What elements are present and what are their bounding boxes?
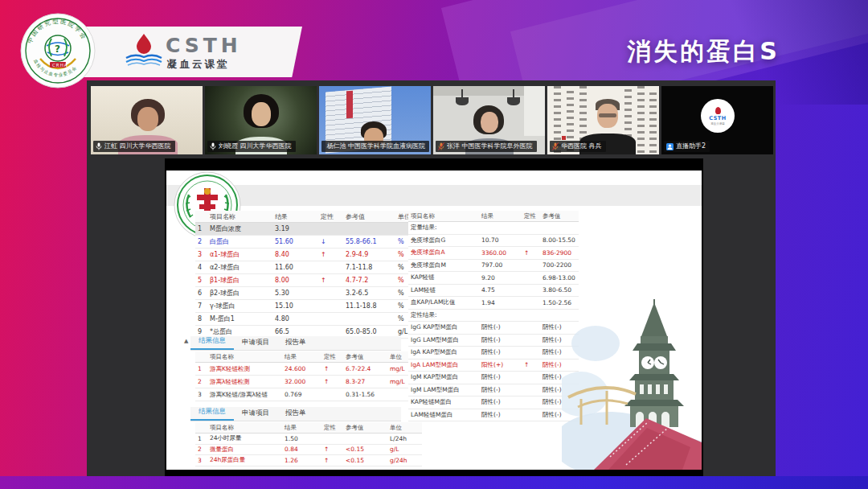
csth-subtitle: 凝血云课堂 bbox=[167, 58, 230, 72]
tab-request-items[interactable]: 申请项目 bbox=[234, 338, 277, 350]
tab-result-info[interactable]: 结果信息 bbox=[190, 336, 234, 350]
pendant-lamp-icon bbox=[507, 97, 520, 105]
participant-video-3-active-speaker[interactable]: 杨仁池 中国医学科学院血液病医院 bbox=[319, 86, 431, 154]
tab-bar-urine: 结果信息 申请项目 报告单 bbox=[190, 407, 401, 421]
table-row[interactable]: 2白蛋白51.60↓55.8-66.1% bbox=[195, 236, 417, 249]
participant-video-4[interactable]: 张洋 中国医学科学院阜外医院 bbox=[433, 86, 545, 154]
table-row[interactable]: IgG LAM型M蛋白阴性(-)阴性(-) bbox=[408, 335, 579, 347]
table-header-row: 项目名称结果定性参考值 bbox=[408, 211, 579, 222]
tab-result-info[interactable]: 结果信息 bbox=[190, 407, 234, 421]
person-icon bbox=[666, 143, 674, 150]
table-header-row: 项目名称结果定性参考值单位 bbox=[195, 211, 417, 223]
table-row[interactable]: 2游离λ轻链检测32.000↑8.3-27mg/L bbox=[195, 376, 422, 388]
csth-avatar-logo: CSTH 凝血云课堂 bbox=[701, 99, 735, 133]
blood-drop-icon bbox=[715, 107, 721, 114]
table-row[interactable]: IgM KAP型M蛋白阴性(-)阴性(-) bbox=[408, 372, 579, 384]
participant-video-2[interactable]: 刘晓霞 四川大学华西医院 bbox=[205, 86, 317, 154]
building-sign bbox=[346, 91, 353, 119]
table-row[interactable]: IgG KAP型M蛋白阴性(-)阴性(-) bbox=[408, 322, 579, 335]
conference-window: 江虹 四川大学华西医院 刘晓霞 四川大学华西医院 杨仁池 中国医学科学院血液病医… bbox=[87, 80, 776, 476]
red-seal bbox=[562, 136, 566, 140]
page-header-band bbox=[166, 185, 702, 206]
table-row[interactable]: IgA KAP型M蛋白阴性(-)阴性(-) bbox=[408, 347, 579, 360]
table-row[interactable]: KAP轻链M蛋白阴性(-)阴性(-) bbox=[408, 397, 579, 409]
webinar-screenshot: { "header": { "title": "消失的蛋白S", "societ… bbox=[0, 0, 868, 489]
mic-on-icon bbox=[96, 142, 102, 150]
svg-text:CRHA: CRHA bbox=[52, 63, 68, 68]
table-row[interactable]: 7γ-球蛋白15.1011.1-18.8% bbox=[195, 300, 417, 313]
mic-on-icon bbox=[210, 142, 216, 150]
tab-report-sheet[interactable]: 报告单 bbox=[277, 338, 314, 350]
mic-muted-icon bbox=[438, 142, 444, 150]
table-row[interactable]: IgA LAM型M蛋白阳性(+)↑阴性(-) bbox=[408, 360, 579, 372]
table-row[interactable]: IgM LAM型M蛋白阴性(-)阴性(-) bbox=[408, 384, 579, 397]
collapse-triangle-icon[interactable]: ▲ bbox=[184, 338, 188, 344]
table-row[interactable]: LAM轻链M蛋白阴性(-)阴性(-) bbox=[408, 409, 579, 422]
participant-video-6-assistant[interactable]: CSTH 凝血云课堂 直播助手2 bbox=[661, 86, 773, 154]
protein-electrophoresis-table: 项目名称结果定性参考值单位1M蛋白浓度3.192白蛋白51.60↓55.8-66… bbox=[195, 211, 417, 339]
screen-share-area: 1892 项目名称结果定性参考值单位1M蛋白浓度3.192白蛋白51.60↓55… bbox=[165, 158, 703, 476]
table-row[interactable]: 1游离K轻链检测24.600↑6.7-22.4mg/L bbox=[195, 363, 422, 376]
tab-report-sheet[interactable]: 报告单 bbox=[277, 409, 314, 421]
page-title: 消失的蛋白S bbox=[555, 35, 852, 68]
participant-name-label: 杨仁池 中国医学科学院血液病医院 bbox=[321, 141, 429, 152]
table-row[interactable]: 8M-蛋白14.80% bbox=[195, 313, 417, 326]
video-strip: 江虹 四川大学华西医院 刘晓霞 四川大学华西医院 杨仁池 中国医学科学院血液病医… bbox=[91, 86, 773, 154]
bottom-accent-bar bbox=[0, 476, 868, 489]
pendant-lamp-icon bbox=[456, 97, 469, 105]
table-row[interactable]: 3α1-球蛋白8.40↑2.9-4.9% bbox=[195, 249, 417, 261]
participant-name-label: 直播助手2 bbox=[664, 141, 710, 152]
table-header-row: 项目名称结果定性参考值单位 bbox=[195, 351, 422, 363]
table-row[interactable]: 免疫球蛋白M797.00700-2200 bbox=[408, 260, 579, 273]
participant-name-label: 江虹 四川大学华西医院 bbox=[93, 141, 175, 152]
free-light-chain-table: 项目名称结果定性参考值单位1游离K轻链检测24.600↑6.7-22.4mg/L… bbox=[195, 351, 422, 401]
participant-name-label: 刘晓霞 四川大学华西医院 bbox=[207, 141, 296, 152]
table-row[interactable]: 免疫球蛋白A3360.00↑836-2900 bbox=[408, 247, 579, 260]
svg-text:?: ? bbox=[55, 43, 60, 55]
table-row[interactable]: 6β2-球蛋白5.303.2-6.5% bbox=[195, 287, 417, 300]
csth-logo: CSTH 凝血云课堂 bbox=[117, 32, 294, 72]
table-row[interactable]: 2微量蛋白0.84↑<0.15g/L bbox=[195, 445, 422, 456]
urine-protein-table: 项目名称结果定性参考值单位124小时尿量1.50L/24h2微量蛋白0.84↑<… bbox=[195, 422, 422, 466]
glasses bbox=[599, 113, 616, 117]
table-row[interactable]: 定量结果: bbox=[408, 222, 579, 235]
lab-report-page: 1892 项目名称结果定性参考值单位1M蛋白浓度3.192白蛋白51.60↓55… bbox=[166, 171, 702, 470]
tab-bar-flc: 结果信息 申请项目 报告单 bbox=[190, 336, 401, 351]
participant-name-label: 华西医院 冉兵 bbox=[550, 141, 606, 152]
table-row[interactable]: 324h尿蛋白量1.26↑<0.15g/24h bbox=[195, 455, 422, 466]
mic-muted-icon bbox=[552, 142, 559, 150]
huaxi-clocktower-watercolor-icon bbox=[562, 299, 702, 470]
immunoglobulin-table: 项目名称结果定性参考值定量结果:免疫球蛋白G10.708.00-15.50免疫球… bbox=[408, 211, 579, 421]
table-row[interactable]: 免疫球蛋白G10.708.00-15.50 bbox=[408, 235, 579, 248]
table-row[interactable]: KAP轻链9.206.98-13.00 bbox=[408, 272, 579, 285]
tab-request-items[interactable]: 申请项目 bbox=[234, 409, 277, 421]
participant-video-1[interactable]: 江虹 四川大学华西医院 bbox=[91, 86, 203, 154]
table-row[interactable]: 4α2-球蛋白11.607.1-11.8% bbox=[195, 261, 417, 274]
table-row[interactable]: 3游离K轻链/游离λ轻链0.7690.31-1.56 bbox=[195, 388, 422, 401]
participant-video-5[interactable]: 华西医院 冉兵 bbox=[547, 86, 659, 154]
participant-name-label: 张洋 中国医学科学院阜外医院 bbox=[436, 141, 537, 152]
table-row[interactable]: 定性结果: bbox=[408, 310, 579, 323]
table-row[interactable]: 1M蛋白浓度3.19 bbox=[195, 223, 417, 236]
csth-acronym: CSTH bbox=[166, 34, 242, 57]
blood-drop-book-icon bbox=[124, 32, 164, 69]
table-row[interactable]: 5β1-球蛋白8.00↑4.7-7.2% bbox=[195, 274, 417, 287]
window bbox=[524, 86, 545, 136]
table-row[interactable]: 124小时尿量1.50L/24h bbox=[195, 434, 422, 445]
table-row[interactable]: LAM轻链4.753.80-6.50 bbox=[408, 285, 579, 298]
table-header-row: 项目名称结果定性参考值单位 bbox=[195, 422, 422, 434]
society-seal-icon: 中国研究型医院学会 血栓与止血专业委员会 ? CRHA bbox=[19, 11, 96, 90]
table-row[interactable]: 血KAP/LAM比值1.941.50-2.56 bbox=[408, 297, 579, 310]
